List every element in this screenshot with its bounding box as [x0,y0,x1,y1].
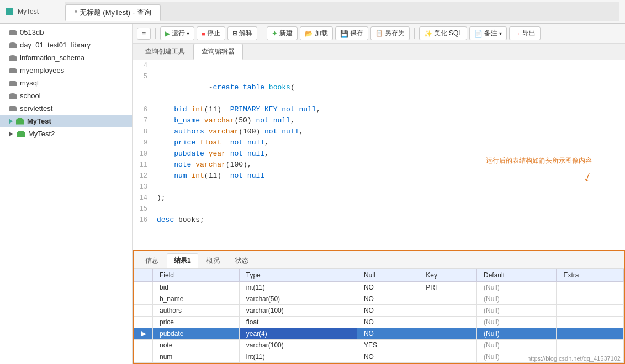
sidebar-item-0513db[interactable]: 0513db [0,26,132,39]
results-table-wrap: Field Type Null Key Default Extra bidint… [134,269,624,363]
key-cell [419,351,477,363]
save-as-label: 另存为 [385,29,405,38]
type-cell: year(4) [239,328,357,340]
sidebar-item-mytest2[interactable]: MyTest2 [0,127,132,140]
field-cell: pubdate [153,328,240,340]
default-cell: (Null) [476,317,556,328]
sidebar-item-mysql[interactable]: mysql [0,77,132,89]
run-label: 运行 [172,29,185,38]
tab-create-tool[interactable]: 查询创建工具 [137,44,193,60]
field-cell: num [153,351,240,363]
col-header-field [134,269,153,282]
load-label: 加载 [315,29,328,38]
save-label: 保存 [350,29,363,38]
hamburger-icon: ≡ [142,30,146,38]
null-cell: NO [357,305,419,317]
field-cell: authors [153,305,240,317]
tab-result1[interactable]: 结果1 [167,253,198,268]
sidebar-item-school[interactable]: school [0,89,132,102]
row-arrow-cell [134,293,153,305]
export-button[interactable]: → 导出 [509,26,541,40]
watermark: https://blog.csdn.net/qq_41537102 [527,355,621,362]
extra-cell [557,282,624,293]
annotation: 运行后的表结构如箭头所示图像内容 ↓ [486,156,592,185]
type-cell: varchar(100) [239,340,357,351]
key-cell [419,340,477,351]
code-line-5: 5 -create table books( [133,71,625,104]
explain-label: 解释 [239,29,252,38]
table-header-row: Field Type Null Key Default Extra [134,269,624,282]
type-cell: int(11) [239,351,357,363]
new-icon: ✦ [272,29,278,38]
col-header-key: Key [419,269,477,282]
sidebar-label: mysql [20,79,39,87]
load-button[interactable]: 📂 加载 [300,26,333,40]
sidebar-item-mytest[interactable]: MyTest [0,115,132,127]
explain-button[interactable]: ⊞ 解释 [227,26,257,40]
run-button[interactable]: ▶ 运行 ▾ [160,26,194,40]
field-cell: bid [153,282,240,293]
note-icon: 📄 [474,30,483,38]
new-button[interactable]: ✦ 新建 [267,26,298,40]
run-dropdown-icon: ▾ [187,30,189,36]
table-row[interactable]: pricefloatNO(Null) [134,317,624,328]
new-label: 新建 [279,29,293,38]
extra-cell [557,328,624,340]
tab-overview[interactable]: 概况 [199,253,227,268]
code-line-14: 14 ); [133,192,625,204]
title-bar: MyTest * 无标题 (MyTest) - 查询 [0,0,625,24]
table-row[interactable]: b_namevarchar(50)NO(Null) [134,293,624,305]
db-title-label: MyTest [18,8,39,15]
extra-cell [557,340,624,351]
app-container: MyTest * 无标题 (MyTest) - 查询 0513db day_01… [0,0,625,364]
hamburger-button[interactable]: ≡ [137,28,151,40]
tab-status[interactable]: 状态 [228,253,256,268]
toolbar: ≡ ▶ 运行 ▾ ■ 停止 ⊞ 解释 ✦ [133,24,625,44]
table-row[interactable]: bidint(11)NOPRI(Null) [134,282,624,293]
table-row[interactable]: authorsvarchar(100)NO(Null) [134,305,624,317]
field-cell: price [153,317,240,328]
save-button[interactable]: 💾 保存 [335,26,368,40]
sidebar-item-myemployees[interactable]: myemployees [0,64,132,77]
null-cell: NO [357,351,419,363]
sidebar-label: information_schema [20,53,84,62]
explain-icon: ⊞ [232,30,237,37]
note-button[interactable]: 📄 备注 ▾ [469,26,507,40]
arrow-right-icon [9,119,13,124]
sidebar-item-day01[interactable]: day_01_test01_library [0,39,132,51]
folder-icon [17,131,25,137]
sidebar-label: school [20,92,41,100]
table-row[interactable]: notevarchar(100)YES(Null) [134,340,624,351]
row-arrow-cell [134,317,153,328]
table-row[interactable]: ▶pubdateyear(4)NO(Null) [134,328,624,340]
code-line-7: 7 b_name varchar(50) not null, [133,115,625,126]
key-cell: PRI [419,282,477,293]
key-cell [419,293,477,305]
sidebar-label: MyTest [27,117,51,125]
sidebar-label: servlettest [20,104,52,113]
sidebar-item-servlettest[interactable]: servlettest [0,102,132,115]
col-header-type: Type [239,269,357,282]
beautify-button[interactable]: ✨ 美化 SQL [419,26,467,40]
null-cell: NO [357,293,419,305]
save-as-button[interactable]: 📋 另存为 [370,26,410,40]
row-arrow-cell [134,305,153,317]
results-panel: 信息 结果1 概况 状态 Field Type Null Key [133,250,625,364]
export-icon: → [514,30,521,38]
run-icon: ▶ [165,30,170,38]
stop-label: 停止 [207,29,220,38]
stop-button[interactable]: ■ 停止 [197,26,225,40]
content-area: ≡ ▶ 运行 ▾ ■ 停止 ⊞ 解释 ✦ [133,24,625,364]
code-editor[interactable]: 4 5 -create table books( 6 bid int(11) P… [133,60,625,250]
query-title-tab[interactable]: * 无标题 (MyTest) - 查询 [65,4,161,21]
tab-info[interactable]: 信息 [138,253,166,268]
sidebar: 0513db day_01_test01_library information… [0,24,133,364]
note-label: 备注 [484,29,497,38]
default-cell: (Null) [476,282,556,293]
save-as-icon: 📋 [375,30,383,37]
tab-query-editor[interactable]: 查询编辑器 [193,44,243,60]
code-line-15: 15 [133,204,625,215]
annotation-text: 运行后的表结构如箭头所示图像内容 [486,156,592,165]
sidebar-item-information[interactable]: information_schema [0,51,132,64]
key-cell [419,328,477,340]
